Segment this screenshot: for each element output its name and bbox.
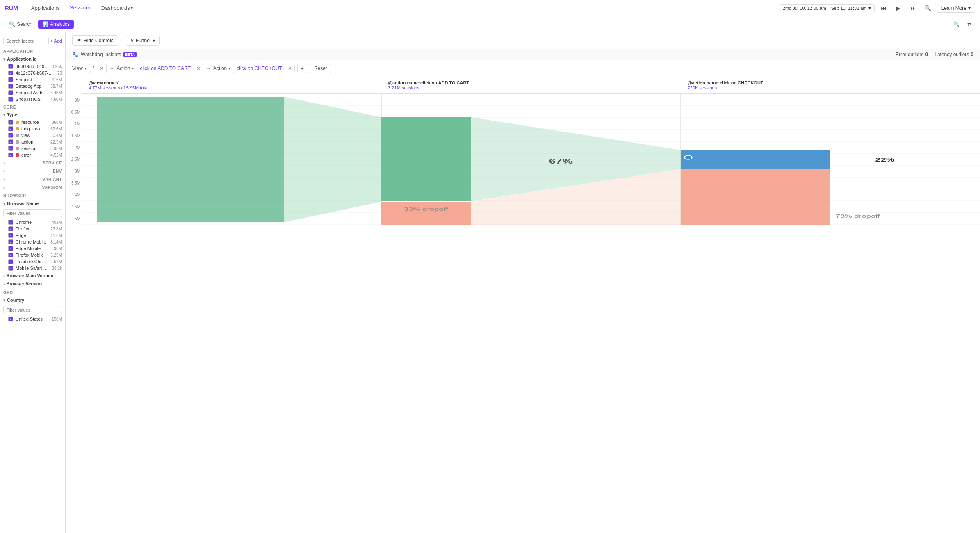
nav-applications[interactable]: Applications xyxy=(26,0,65,16)
funnel-button[interactable]: ⊽ Funnel ▾ xyxy=(126,36,160,46)
subsection-browser-main-version[interactable]: › Browser Main Version xyxy=(0,271,65,280)
list-item[interactable]: Edge 11.6M xyxy=(0,232,65,239)
section-service[interactable]: › Service xyxy=(0,158,65,166)
checkbox-type3[interactable] xyxy=(8,133,13,138)
add-facet-button[interactable]: + Add xyxy=(50,39,62,43)
list-item[interactable]: long_task 32.6M xyxy=(0,125,65,132)
list-item[interactable]: Shop.ist iOS 4.60M xyxy=(0,96,65,102)
list-item[interactable]: Edge Mobile 3.96M xyxy=(0,245,65,252)
checkbox-firefox-mobile[interactable] xyxy=(8,253,13,257)
checkbox-edge[interactable] xyxy=(8,233,13,238)
checkbox-type6[interactable] xyxy=(8,153,13,157)
type-color-dot xyxy=(16,127,19,130)
list-item[interactable]: Datadog App 38.7M xyxy=(0,83,65,89)
subsection-type[interactable]: ▾ Type xyxy=(0,111,65,119)
section-browser[interactable]: BROWSER xyxy=(0,191,65,199)
subsection-application-id[interactable]: ▾ Application Id xyxy=(0,55,65,63)
action1-filter-chip[interactable]: click on ADD TO CART ✕ xyxy=(137,64,203,73)
list-item[interactable]: 3fc819dd-f049-4bfe-82a... 3.95k xyxy=(0,63,65,70)
reset-button[interactable]: Reset xyxy=(310,64,331,73)
country-filter-input[interactable] xyxy=(3,306,62,314)
list-item[interactable]: Firefox Mobile 3.25M xyxy=(0,252,65,258)
checkbox-mobile-safari[interactable] xyxy=(8,266,13,271)
checkbox-app2[interactable] xyxy=(8,71,13,75)
search-icon[interactable]: 🔍 xyxy=(922,2,934,14)
chevron-down-icon: ▾ xyxy=(84,66,87,71)
list-item[interactable]: resource 366M xyxy=(0,119,65,125)
checkbox-headless[interactable] xyxy=(8,259,13,264)
checkbox-app6[interactable] xyxy=(8,97,13,102)
checkbox-app5[interactable] xyxy=(8,90,13,95)
checkbox-app3[interactable] xyxy=(8,77,13,82)
analytics-button[interactable]: 📊 Analytics xyxy=(38,20,74,29)
list-item[interactable]: view 30.4M xyxy=(0,132,65,139)
checkbox-edge-mobile[interactable] xyxy=(8,246,13,251)
view-filter-chip[interactable]: / ✕ xyxy=(89,64,107,73)
checkbox-app4[interactable] xyxy=(8,84,13,89)
checkbox-app1[interactable] xyxy=(8,64,13,69)
y-label-4: 4M xyxy=(75,193,80,197)
subsection-browser-version[interactable]: › Browser Version xyxy=(0,280,65,288)
checkbox-type4[interactable] xyxy=(8,139,13,144)
section-geo[interactable]: GEO xyxy=(0,288,65,296)
list-item[interactable]: Chrome Mobile 8.14M xyxy=(0,239,65,245)
list-item[interactable]: Mobile Safari UI/WK... 39.2k xyxy=(0,265,65,271)
rewind-icon[interactable]: ⏮ xyxy=(878,2,889,14)
top-nav: RUM Applications Sessions Dashboards ▾ 2… xyxy=(0,0,980,16)
checkbox-type2[interactable] xyxy=(8,126,13,131)
checkbox-firefox[interactable] xyxy=(8,226,13,231)
clear-view-filter[interactable]: ✕ xyxy=(97,64,106,73)
content-area: 👁 Hide Controls | ⊽ Funnel ▾ 🐾 Watchdog … xyxy=(66,32,980,533)
clear-action2-filter[interactable]: ✕ xyxy=(285,64,294,73)
list-item[interactable]: action 22.9M xyxy=(0,139,65,145)
y-label-0: 0M xyxy=(75,98,80,102)
nav-dashboards[interactable]: Dashboards ▾ xyxy=(96,0,138,16)
search-icon: 🔍 xyxy=(9,21,15,27)
list-item[interactable]: Shop.ist 416M xyxy=(0,76,65,83)
type-color-dot xyxy=(16,153,19,157)
funnel-icon: ⊽ xyxy=(130,38,134,43)
time-selector[interactable]: 2mo Jul 10, 12:00 am – Sep 10, 11:32 am … xyxy=(779,4,875,12)
hide-controls-button[interactable]: 👁 Hide Controls xyxy=(72,35,118,46)
checkbox-us[interactable] xyxy=(8,317,13,321)
learn-more-button[interactable]: Learn More ▾ xyxy=(937,4,975,13)
browser-filter-input[interactable] xyxy=(3,209,62,217)
search-button[interactable]: 🔍 Search xyxy=(5,20,36,29)
checkbox-type1[interactable] xyxy=(8,120,13,125)
list-item[interactable]: Shop.ist Android 3.45M xyxy=(0,89,65,96)
section-core[interactable]: CORE xyxy=(0,102,65,111)
sub-nav: 🔍 Search 📊 Analytics 🔍 ⇄ xyxy=(0,16,980,32)
add-filter-button[interactable]: + xyxy=(297,64,307,73)
col2-attr-label: @action.name:click on ADD TO CART xyxy=(388,80,674,85)
checkbox-chrome[interactable] xyxy=(8,220,13,225)
bar-col1 xyxy=(97,97,284,222)
action2-filter-chip[interactable]: click on CHECKOUT ✕ xyxy=(233,64,295,73)
checkbox-type5[interactable] xyxy=(8,146,13,151)
section-env[interactable]: › Env xyxy=(0,166,65,175)
fast-forward-icon[interactable]: ⏭ xyxy=(907,2,919,14)
play-icon[interactable]: ▶ xyxy=(893,2,904,14)
list-item[interactable]: United States 158M xyxy=(0,316,65,322)
subsection-browser-name[interactable]: ▾ Browser Name xyxy=(0,199,65,207)
section-application[interactable]: APPLICATION xyxy=(0,47,65,55)
section-version[interactable]: › Version xyxy=(0,183,65,191)
search-facets-input[interactable] xyxy=(3,37,49,45)
list-item[interactable]: Chrome 401M xyxy=(0,219,65,226)
nav-sessions[interactable]: Sessions xyxy=(65,0,96,16)
list-item[interactable]: session 5.95M xyxy=(0,145,65,152)
clear-action1-filter[interactable]: ✕ xyxy=(194,64,203,73)
dropoff-label-1: 33% dropoff xyxy=(404,207,448,212)
list-item[interactable]: Firefox 23.8M xyxy=(0,226,65,232)
list-item[interactable]: 4e12c376-b607-495d-aa... 73 xyxy=(0,70,65,76)
checkbox-chrome-mobile[interactable] xyxy=(8,239,13,244)
list-item[interactable]: HeadlessChrome 2.52M xyxy=(0,258,65,265)
search-facets-icon[interactable]: 🔍 xyxy=(950,18,962,30)
subsection-country[interactable]: ▾ Country xyxy=(0,296,65,304)
chevron-down-icon: ▾ xyxy=(132,66,134,71)
list-item[interactable]: error 4.52M xyxy=(0,152,65,158)
expand-icon[interactable]: ⇄ xyxy=(964,18,975,30)
section-variant[interactable]: › Variant xyxy=(0,175,65,183)
y-label-45: 4.5M xyxy=(71,205,80,209)
outlier-info: Error outliers 0 Latency outliers 0 xyxy=(896,52,973,57)
separator: | xyxy=(121,38,123,43)
